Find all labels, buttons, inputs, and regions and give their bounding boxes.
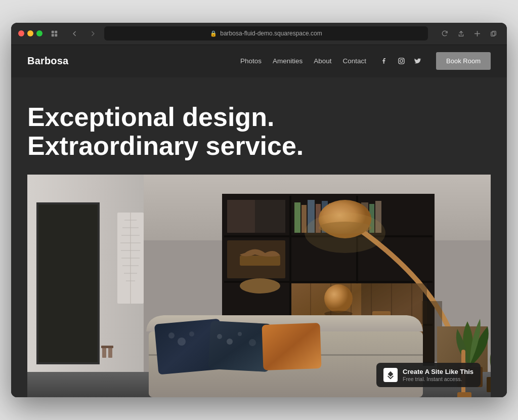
chrome-actions xyxy=(438,27,500,40)
squarespace-badge[interactable]: Create A Site Like This Free trial. Inst… xyxy=(376,363,481,387)
traffic-lights xyxy=(18,30,42,36)
website-content: Barbosa Photos Amenities About Contact xyxy=(11,45,507,397)
svg-rect-6 xyxy=(398,58,404,64)
nav-links: Photos Amenities About Contact xyxy=(240,57,366,65)
svg-point-8 xyxy=(403,59,403,60)
svg-rect-0 xyxy=(51,31,54,33)
browser-chrome: 🔒 barbosa-fluid-demo.squarespace.com xyxy=(11,23,507,45)
svg-point-70 xyxy=(178,338,186,346)
reload-button[interactable] xyxy=(438,27,451,40)
svg-rect-26 xyxy=(102,347,106,358)
site-navigation: Barbosa Photos Amenities About Contact xyxy=(11,45,507,77)
hero-headline: Exceptional design. Extraordinary servic… xyxy=(27,103,331,160)
browser-window: 🔒 barbosa-fluid-demo.squarespace.com xyxy=(11,23,507,397)
nav-social-icons xyxy=(380,57,422,66)
svg-rect-27 xyxy=(108,347,112,358)
svg-rect-1 xyxy=(55,31,57,33)
minimize-button[interactable] xyxy=(27,30,33,36)
svg-rect-80 xyxy=(487,377,491,392)
svg-point-71 xyxy=(189,331,194,337)
svg-rect-2 xyxy=(51,34,54,36)
site-logo[interactable]: Barbosa xyxy=(27,55,68,67)
twitter-icon[interactable] xyxy=(413,57,422,66)
svg-point-77 xyxy=(217,334,222,339)
badge-text-container: Create A Site Like This Free trial. Inst… xyxy=(403,368,473,382)
svg-point-75 xyxy=(238,332,242,336)
duplicate-button[interactable] xyxy=(487,27,500,40)
svg-rect-28 xyxy=(101,346,113,348)
svg-rect-82 xyxy=(457,392,471,397)
nav-right: Photos Amenities About Contact xyxy=(240,52,491,70)
svg-point-72 xyxy=(168,332,175,339)
squarespace-logo-icon xyxy=(383,368,398,382)
svg-point-74 xyxy=(227,339,233,345)
svg-rect-36 xyxy=(227,200,255,233)
nav-link-about[interactable]: About xyxy=(314,57,331,65)
back-button[interactable] xyxy=(68,27,81,40)
new-tab-button[interactable] xyxy=(470,27,484,40)
forward-button[interactable] xyxy=(86,27,99,40)
address-bar[interactable]: 🔒 barbosa-fluid-demo.squarespace.com xyxy=(104,26,428,40)
badge-main-text: Create A Site Like This xyxy=(403,368,473,375)
nav-link-amenities[interactable]: Amenities xyxy=(273,57,303,65)
svg-rect-48 xyxy=(240,256,280,266)
svg-point-56 xyxy=(324,284,353,313)
svg-point-47 xyxy=(240,278,280,293)
nav-link-photos[interactable]: Photos xyxy=(240,57,262,65)
instagram-icon[interactable] xyxy=(397,57,406,66)
svg-point-7 xyxy=(400,60,403,63)
hero-section: Exceptional design. Extraordinary servic… xyxy=(11,77,507,397)
url-text: barbosa-fluid-demo.squarespace.com xyxy=(220,30,322,37)
maximize-button[interactable] xyxy=(36,30,42,36)
svg-point-60 xyxy=(305,213,385,253)
share-button[interactable] xyxy=(454,27,467,40)
book-room-button[interactable]: Book Room xyxy=(436,52,491,70)
svg-rect-14 xyxy=(38,204,98,362)
badge-sub-text: Free trial. Instant access. xyxy=(403,376,473,382)
nav-link-contact[interactable]: Contact xyxy=(343,57,367,65)
svg-rect-78 xyxy=(262,323,321,370)
svg-point-76 xyxy=(249,339,256,346)
svg-rect-73 xyxy=(208,321,272,372)
close-button[interactable] xyxy=(18,30,24,36)
svg-rect-37 xyxy=(294,202,300,233)
lock-icon: 🔒 xyxy=(210,30,217,37)
facebook-icon[interactable] xyxy=(380,57,390,66)
tab-grid-icon[interactable] xyxy=(48,27,61,40)
hero-image: Create A Site Like This Free trial. Inst… xyxy=(27,175,491,397)
svg-rect-3 xyxy=(55,34,57,36)
